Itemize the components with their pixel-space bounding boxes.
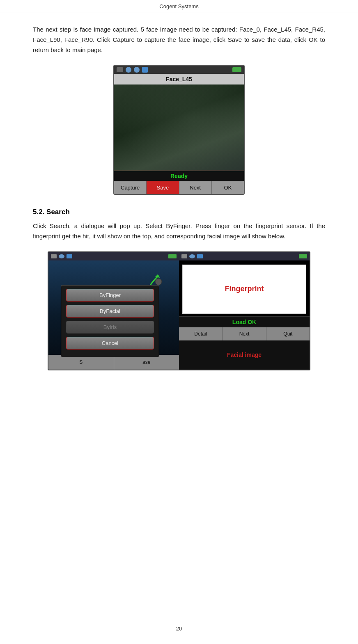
signal-icon-l	[51, 254, 57, 258]
wifi-icon	[126, 67, 131, 73]
next-button-r[interactable]: Next	[223, 327, 266, 340]
load-ok-text: Load OK	[232, 319, 256, 325]
face-capture-screenshot: Face_L45 Ready Capture Save Next OK	[33, 65, 325, 195]
battery-icon	[232, 67, 241, 72]
section-52-heading: 5.2. Search	[33, 208, 325, 216]
right-button-row: Detail Next Quit	[179, 327, 310, 340]
bt-icon	[142, 67, 148, 73]
search-right-device: Fingerprint Load OK Detail Next Quit Fac…	[179, 251, 310, 370]
left-status-bar	[48, 252, 179, 260]
signal-icon	[117, 67, 123, 72]
face-device: Face_L45 Ready Capture Save Next OK	[113, 65, 245, 195]
status-text: Ready	[170, 173, 188, 179]
wifi-icon-r	[189, 254, 195, 258]
facial-image-area: Facial image	[179, 340, 310, 370]
detail-button[interactable]: Detail	[179, 327, 223, 340]
camera-view	[114, 84, 244, 171]
signal-icon-r	[181, 254, 187, 258]
face-button-row: Capture Save Next OK	[114, 181, 244, 194]
intro-paragraph: The next step is face image captured. 5 …	[33, 25, 325, 55]
save-button[interactable]: Save	[147, 181, 179, 194]
search-screenshots-container: ByFinger ByFacial ByIris Cancel S ase	[33, 251, 325, 370]
byfacial-button[interactable]: ByFacial	[66, 305, 154, 317]
next-button[interactable]: Next	[179, 181, 212, 194]
quit-button[interactable]: Quit	[266, 327, 310, 340]
battery-icon-l	[168, 254, 177, 258]
battery-icon-r	[299, 254, 307, 258]
face-title-text: Face_L45	[166, 76, 192, 82]
wifi-icon-l	[59, 254, 64, 258]
capture-button[interactable]: Capture	[114, 181, 147, 194]
byiris-button[interactable]: ByIris	[66, 321, 154, 333]
ok-button[interactable]: OK	[212, 181, 244, 194]
fingerprint-label: Fingerprint	[225, 285, 264, 293]
cancel-button[interactable]: Cancel	[66, 337, 154, 349]
radio-icon	[134, 67, 140, 73]
header-title: Cogent Systems	[159, 3, 198, 9]
section-52-text: Click Search, a dialogue will pop up. Se…	[33, 221, 325, 242]
page-footer: 20	[0, 617, 358, 636]
byfinger-button[interactable]: ByFinger	[66, 289, 154, 301]
bt-icon-r	[197, 254, 203, 258]
page-number: 20	[176, 626, 182, 632]
page-header: Cogent Systems	[0, 0, 358, 12]
bg-scene: ByFinger ByFacial ByIris Cancel	[48, 260, 179, 370]
load-ok-bar: Load OK	[179, 316, 310, 327]
fingerprint-area: Fingerprint	[182, 265, 306, 314]
device-status-bar	[114, 66, 244, 74]
face-status-label: Ready	[114, 171, 244, 181]
right-status-bar	[179, 252, 310, 260]
search-left-device: ByFinger ByFacial ByIris Cancel S ase	[48, 251, 179, 370]
facial-label-text: Facial image	[227, 352, 262, 358]
search-dialog: ByFinger ByFacial ByIris Cancel	[61, 285, 159, 357]
svg-point-1	[155, 279, 162, 285]
face-title-bar: Face_L45	[114, 74, 244, 84]
svg-marker-0	[155, 274, 160, 278]
bt-icon-l	[67, 254, 72, 258]
